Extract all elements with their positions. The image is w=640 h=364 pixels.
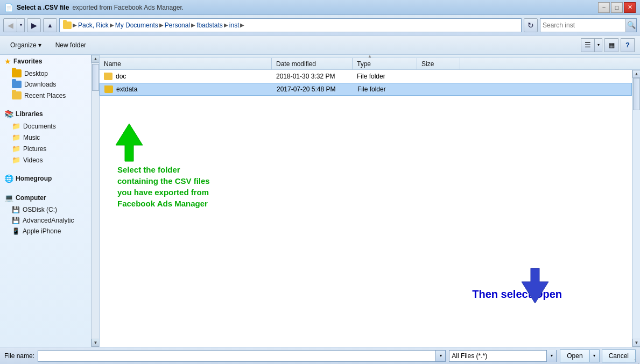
sidebar-item-advanced[interactable]: 💾 AdvancedAnalytic bbox=[0, 215, 92, 226]
main-layout: ★ Favorites Desktop Downloads bbox=[0, 55, 640, 347]
up-button[interactable]: ▲ bbox=[43, 18, 57, 32]
pictures-lib-icon: 📁 bbox=[12, 145, 20, 153]
file-column-headers: Name Date modified Type Size bbox=[100, 58, 640, 70]
back-button[interactable]: ◀ bbox=[3, 18, 17, 32]
search-button[interactable]: 🔍 bbox=[625, 19, 636, 32]
scroll-thumb[interactable] bbox=[92, 64, 99, 91]
sidebar-item-iphone[interactable]: 📱 Apple iPhone bbox=[0, 226, 92, 237]
sidebar-item-music[interactable]: 📁 Music bbox=[0, 132, 92, 143]
minimize-button[interactable]: − bbox=[598, 2, 610, 13]
scroll-down-button[interactable]: ▼ bbox=[92, 339, 100, 347]
homegroup-label: Homegroup bbox=[16, 175, 52, 182]
doc-type: File folder bbox=[353, 73, 417, 80]
sidebar-scrollbar[interactable]: ▲ ▼ bbox=[91, 55, 99, 347]
sidebar-item-desktop[interactable]: Desktop bbox=[0, 68, 92, 79]
dialog-title: Select a .CSV file bbox=[17, 4, 69, 11]
new-folder-button[interactable]: New folder bbox=[51, 38, 91, 53]
forward-button[interactable]: ▶ bbox=[27, 18, 41, 32]
libraries-section: 📚 Libraries 📁 Documents 📁 Music 📁 Pictur… bbox=[0, 108, 92, 166]
sidebar-downloads-label: Downloads bbox=[24, 81, 56, 88]
col-header-size[interactable]: Size bbox=[417, 58, 460, 69]
libraries-icon: 📚 bbox=[4, 110, 13, 118]
filename-dropdown[interactable]: ▾ bbox=[436, 350, 446, 362]
sidebar-osdisk-label: OSDisk (C:) bbox=[23, 206, 57, 213]
extdata-date: 2017-07-20 5:48 PM bbox=[272, 85, 353, 93]
computer-header[interactable]: 💻 Computer bbox=[0, 191, 92, 204]
scroll-up-button[interactable]: ▲ bbox=[92, 55, 100, 63]
desktop-folder-icon bbox=[12, 69, 22, 77]
bottom-bar: File name: ▾ All Files (*.*) ▾ Open ▾ Ca… bbox=[0, 347, 640, 364]
sidebar-item-osdisk[interactable]: 💾 OSDisk (C:) bbox=[0, 204, 92, 215]
file-scroll-thumb[interactable] bbox=[633, 78, 640, 110]
homegroup-header[interactable]: 🌐 Homegroup bbox=[0, 172, 92, 185]
file-scroll-up-button[interactable]: ▲ bbox=[632, 70, 640, 78]
sidebar-recent-label: Recent Places bbox=[24, 92, 66, 99]
dialog-window: 📄 Select a .CSV file exported from Faceb… bbox=[0, 0, 640, 364]
dialog-subtitle: exported from Facebook Ads Manager. bbox=[72, 4, 184, 11]
computer-icon: 💻 bbox=[4, 194, 13, 202]
organize-button[interactable]: Organize ▾ bbox=[5, 38, 46, 53]
breadcrumb-mydocs[interactable]: My Documents bbox=[115, 22, 158, 29]
libraries-label: Libraries bbox=[16, 110, 43, 118]
file-row-doc[interactable]: doc 2018-01-30 3:32 PM File folder bbox=[100, 70, 632, 83]
breadcrumb-personal[interactable]: Personal bbox=[165, 22, 190, 29]
breadcrumb-pack[interactable]: Pack, Rick bbox=[78, 22, 109, 29]
view-mode-dropdown[interactable]: ▾ bbox=[595, 38, 602, 52]
extdata-name: extdata bbox=[116, 85, 137, 93]
open-button[interactable]: Open bbox=[560, 349, 589, 362]
col-header-date[interactable]: Date modified bbox=[272, 58, 353, 69]
resize-handle[interactable]: ⋱ bbox=[634, 358, 640, 364]
filetype-selector: All Files (*.*) ▾ bbox=[449, 350, 557, 362]
sidebar-item-documents[interactable]: 📁 Documents bbox=[0, 120, 92, 132]
doc-folder-icon bbox=[104, 73, 112, 80]
sidebar-videos-label: Videos bbox=[23, 156, 43, 164]
extdata-type: File folder bbox=[353, 85, 418, 93]
back-dropdown[interactable]: ▾ bbox=[17, 18, 25, 32]
open-button-group: Open ▾ bbox=[560, 349, 599, 362]
music-lib-icon: 📁 bbox=[12, 133, 20, 141]
breadcrumb-inst[interactable]: inst bbox=[229, 22, 240, 29]
action-buttons: Open ▾ Cancel bbox=[560, 349, 636, 362]
sidebar-item-recent-places[interactable]: Recent Places bbox=[0, 90, 92, 101]
col-header-type[interactable]: Type bbox=[353, 58, 417, 69]
window-controls: − □ ✕ bbox=[598, 2, 636, 13]
advanced-drive-icon: 💾 bbox=[12, 217, 20, 224]
pane-button[interactable]: ▦ bbox=[604, 38, 618, 52]
file-scroll-down-button[interactable]: ▼ bbox=[632, 339, 640, 347]
favorites-header[interactable]: ★ Favorites bbox=[0, 55, 92, 68]
open-button-arrow[interactable]: ▾ bbox=[590, 349, 600, 362]
favorites-label: Favorites bbox=[13, 58, 42, 65]
filetype-dropdown[interactable]: ▾ bbox=[546, 350, 556, 362]
homegroup-section: 🌐 Homegroup bbox=[0, 172, 92, 185]
sidebar-item-videos[interactable]: 📁 Videos bbox=[0, 154, 92, 166]
toolbar: Organize ▾ New folder ☰ ▾ ▦ ? bbox=[0, 35, 640, 55]
sidebar-music-label: Music bbox=[23, 134, 40, 141]
refresh-button[interactable]: ↻ bbox=[524, 18, 538, 32]
sidebar-item-pictures[interactable]: 📁 Pictures bbox=[0, 143, 92, 154]
iphone-icon: 📱 bbox=[12, 227, 20, 235]
close-button[interactable]: ✕ bbox=[624, 2, 636, 13]
filetype-value: All Files (*.*) bbox=[449, 352, 546, 360]
filename-label: File name: bbox=[4, 352, 34, 360]
file-scrollbar[interactable]: ▲ ▼ bbox=[632, 70, 640, 347]
col-header-name[interactable]: Name bbox=[100, 58, 272, 69]
recent-places-icon bbox=[12, 91, 22, 99]
file-scroll-track bbox=[632, 78, 640, 339]
nav-back-group: ◀ ▾ bbox=[3, 18, 25, 32]
libraries-header[interactable]: 📚 Libraries bbox=[0, 108, 92, 120]
filename-input[interactable] bbox=[38, 350, 436, 362]
downloads-folder-icon bbox=[12, 81, 22, 88]
search-input[interactable] bbox=[540, 22, 625, 29]
homegroup-icon: 🌐 bbox=[4, 174, 13, 183]
extdata-folder-icon bbox=[104, 85, 113, 93]
sidebar-item-downloads[interactable]: Downloads bbox=[0, 79, 92, 90]
search-bar: 🔍 bbox=[540, 18, 637, 32]
maximize-button[interactable]: □ bbox=[611, 2, 623, 13]
computer-section: 💻 Computer 💾 OSDisk (C:) 💾 AdvancedAnaly… bbox=[0, 191, 92, 237]
view-mode-button[interactable]: ☰ bbox=[581, 38, 595, 52]
cancel-button[interactable]: Cancel bbox=[602, 349, 636, 362]
address-bar: ◀ ▾ ▶ ▲ ▶ Pack, Rick ▶ My Documents ▶ Pe… bbox=[0, 15, 640, 35]
help-button[interactable]: ? bbox=[621, 38, 635, 52]
file-row-extdata[interactable]: extdata 2017-07-20 5:48 PM File folder bbox=[100, 83, 632, 96]
breadcrumb-fbadstats[interactable]: fbadstats bbox=[196, 22, 223, 29]
